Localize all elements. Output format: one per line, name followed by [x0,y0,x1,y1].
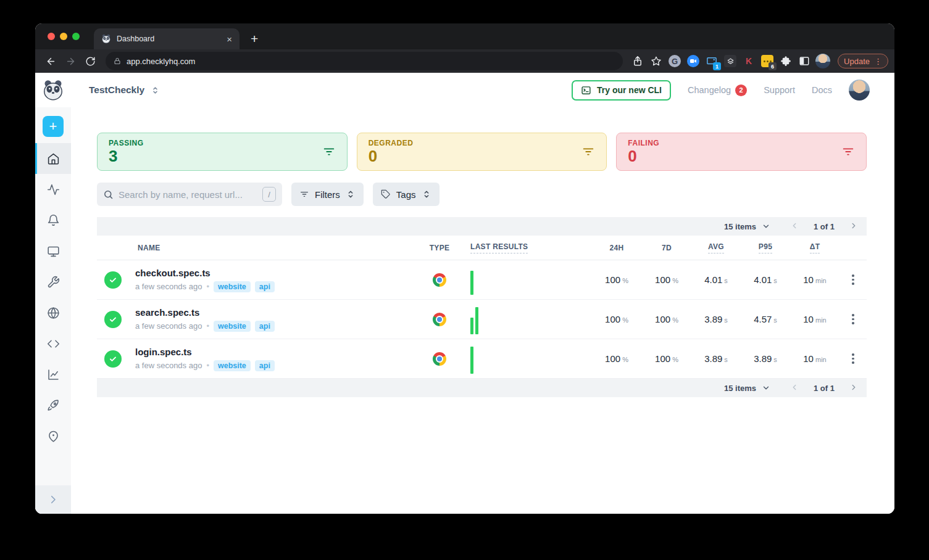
update-label: Update [844,57,870,66]
degraded-card[interactable]: DEGRADED 0 [357,133,607,171]
nav-docs[interactable]: Docs [812,85,832,95]
result-bar[interactable] [470,318,473,334]
extensions-menu-button[interactable] [777,52,794,70]
check-name[interactable]: login.spec.ts [135,347,411,357]
share-button[interactable] [629,52,646,70]
zoom-window-button[interactable] [72,33,80,40]
prev-page-button[interactable] [790,221,799,232]
filter-funnel-icon[interactable] [581,145,595,159]
items-per-page-selector[interactable]: 15 items [724,384,770,393]
extension-grammarly[interactable]: G [666,52,683,70]
sidebar-expand-button[interactable] [35,485,71,514]
sidebar-item-snippets[interactable] [35,328,71,359]
browser-tab[interactable]: Dashboard × [94,28,240,49]
bookmark-button[interactable] [648,52,665,70]
sidebar-item-home[interactable] [35,143,71,174]
browser-profile-button[interactable] [814,52,831,70]
checkly-logo[interactable] [35,79,71,101]
address-bar[interactable]: app.checklyhq.com [106,52,623,70]
extension-more-tools[interactable]: 6 [759,52,776,70]
items-per-page-selector[interactable]: 15 items [724,222,770,231]
sidebar-item-private-locations[interactable] [35,297,71,328]
filter-funnel-icon[interactable] [841,145,855,159]
result-bar[interactable] [475,307,478,334]
passing-card[interactable]: PASSING 3 [97,133,348,171]
sidebar-item-runtimes[interactable] [35,390,71,421]
sidebar-item-analytics[interactable] [35,359,71,390]
column-delta-t[interactable]: ΔT [810,242,820,253]
try-cli-button[interactable]: Try our new CLI [572,80,671,101]
row-menu-button[interactable] [848,350,858,368]
nav-support[interactable]: Support [764,85,795,95]
sidebar-item-locations[interactable] [35,421,71,451]
column-p95[interactable]: P95 [759,242,772,253]
tag[interactable]: website [214,321,251,332]
side-panel-button[interactable] [796,52,813,70]
search-input[interactable] [119,189,257,200]
close-window-button[interactable] [48,33,55,40]
failing-card[interactable]: FAILING 0 [616,133,867,171]
status-passing-icon [104,350,122,368]
minimize-window-button[interactable] [60,33,67,40]
search-box[interactable]: / [97,183,282,206]
row-menu-button[interactable] [848,310,858,328]
chevron-right-icon [849,383,858,392]
tab-close-icon[interactable]: × [227,35,232,44]
table-row[interactable]: checkout.spec.ts a few seconds ago • web… [97,260,867,300]
column-last-results[interactable]: LAST RESULTS [470,242,528,253]
next-page-button[interactable] [849,383,858,393]
chrome-browser-icon [433,352,446,366]
changelog-label: Changelog [688,85,731,95]
filters-button[interactable]: Filters [291,183,364,206]
filter-funnel-icon[interactable] [322,145,336,159]
last-results-bars [470,306,478,334]
tag[interactable]: api [255,281,275,292]
create-new-button[interactable]: + [43,116,64,137]
passing-label: PASSING [109,139,144,147]
browser-menu-icon[interactable]: ⋮ [874,57,882,66]
table-row[interactable]: login.spec.ts a few seconds ago • websit… [97,339,867,379]
extension-layers[interactable] [722,52,739,70]
result-bar[interactable] [470,347,473,374]
nav-changelog[interactable]: Changelog 2 [688,84,747,96]
result-bar[interactable] [470,271,473,295]
rocket-icon [47,399,60,412]
sidebar-item-dashboards[interactable] [35,236,71,266]
prev-page-button[interactable] [790,383,799,393]
column-avg[interactable]: AVG [708,242,724,253]
reload-button[interactable] [81,52,99,70]
cell-7d: 100% [642,353,691,364]
table-header: NAME TYPE LAST RESULTS 24H 7D AVG P95 ΔT [97,236,867,260]
last-results-bars [470,266,473,295]
tag[interactable]: website [214,281,251,292]
extension-zoom[interactable] [685,52,702,70]
more-tools-badge: 6 [769,62,777,70]
tag[interactable]: website [214,360,251,371]
tag-icon [381,189,391,199]
sidebar-item-activity[interactable] [35,174,71,205]
tags-button[interactable]: Tags [373,183,440,206]
page-indicator: 1 of 1 [814,384,835,393]
check-name[interactable]: checkout.spec.ts [135,268,411,278]
extension-screen-recorder[interactable]: 1 [703,52,720,70]
new-tab-button[interactable]: + [251,32,258,45]
tag[interactable]: api [255,360,275,371]
tag[interactable]: api [255,321,275,332]
sidebar-item-alerts[interactable] [35,205,71,236]
next-page-button[interactable] [849,221,858,232]
page-indicator: 1 of 1 [814,222,835,231]
failing-label: FAILING [628,139,659,147]
tags-label: Tags [396,189,416,200]
forward-button[interactable] [61,52,80,70]
table-row[interactable]: search.spec.ts a few seconds ago • websi… [97,300,867,339]
user-avatar[interactable] [849,80,870,101]
check-name[interactable]: search.spec.ts [135,307,411,318]
row-menu-button[interactable] [848,271,858,289]
workspace-selector[interactable]: TestCheckly [89,84,160,96]
sidebar-item-maintenance[interactable] [35,266,71,297]
separator-dot: • [206,321,209,331]
browser-update-button[interactable]: Update ⋮ [838,54,888,68]
extension-kagi[interactable]: K [740,52,757,70]
sort-chevrons-icon [346,189,356,199]
back-button[interactable] [41,52,60,70]
